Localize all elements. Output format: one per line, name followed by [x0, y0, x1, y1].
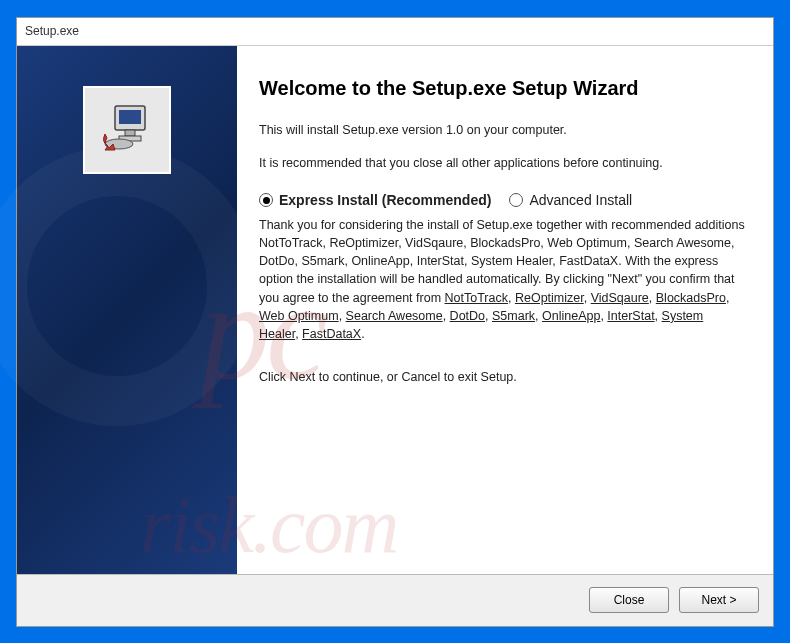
setup-window: Setup.exe Welcome to the Setup.exe: [16, 17, 774, 627]
svg-rect-2: [125, 130, 135, 136]
install-options-row: Express Install (Recommended) Advanced I…: [259, 191, 745, 211]
agreement-link[interactable]: Web Optimum: [259, 309, 339, 323]
advanced-install-label[interactable]: Advanced Install: [529, 191, 632, 211]
titlebar: Setup.exe: [17, 18, 773, 46]
agreement-link[interactable]: S5mark: [492, 309, 535, 323]
svg-rect-1: [119, 110, 141, 124]
agreement-link[interactable]: ReOptimizer: [515, 291, 584, 305]
agreement-link[interactable]: NotToTrack: [445, 291, 508, 305]
next-instruction: Click Next to continue, or Cancel to exi…: [259, 369, 745, 387]
advanced-install-radio[interactable]: [509, 193, 523, 207]
sidebar-decoration: [0, 146, 257, 426]
recommendation-text: It is recommended that you close all oth…: [259, 155, 745, 173]
sidebar: [17, 46, 237, 574]
express-install-radio[interactable]: [259, 193, 273, 207]
description-text: Thank you for considering the install of…: [259, 216, 745, 343]
button-bar: Close Next >: [17, 574, 773, 626]
agreement-link[interactable]: VidSqaure: [591, 291, 649, 305]
setup-icon-box: [83, 86, 171, 174]
next-button[interactable]: Next >: [679, 587, 759, 613]
agreement-link[interactable]: Search Awesome: [346, 309, 443, 323]
content-area: Welcome to the Setup.exe Setup Wizard Th…: [17, 46, 773, 574]
agreement-link[interactable]: BlockadsPro: [656, 291, 726, 305]
page-heading: Welcome to the Setup.exe Setup Wizard: [259, 74, 745, 102]
express-install-label[interactable]: Express Install (Recommended): [279, 191, 491, 211]
agreement-link[interactable]: OnlineApp: [542, 309, 600, 323]
agreement-link[interactable]: FastDataX: [302, 327, 361, 341]
intro-text: This will install Setup.exe version 1.0 …: [259, 122, 745, 140]
agreement-link[interactable]: DotDo: [450, 309, 485, 323]
main-panel: Welcome to the Setup.exe Setup Wizard Th…: [237, 46, 773, 574]
agreement-link[interactable]: InterStat: [607, 309, 654, 323]
close-button[interactable]: Close: [589, 587, 669, 613]
computer-disk-icon: [95, 96, 159, 164]
window-title: Setup.exe: [25, 24, 79, 38]
